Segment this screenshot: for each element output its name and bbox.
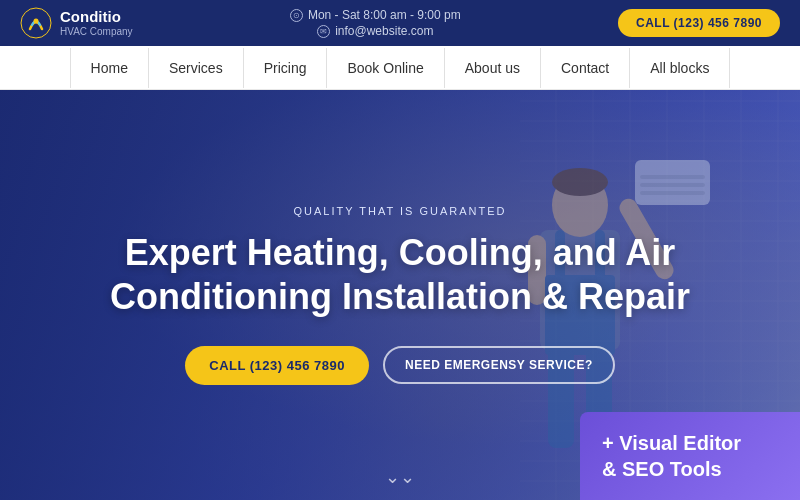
nav-item-services[interactable]: Services	[149, 48, 244, 88]
topbar-call-button[interactable]: CALL (123) 456 7890	[618, 9, 780, 37]
hero-call-button[interactable]: CALL (123) 456 7890	[185, 346, 369, 385]
nav-item-pricing[interactable]: Pricing	[244, 48, 328, 88]
company-name: Conditio	[60, 9, 133, 26]
nav-bar: Home Services Pricing Book Online About …	[0, 46, 800, 90]
nav-item-contact[interactable]: Contact	[541, 48, 630, 88]
nav-items: Home Services Pricing Book Online About …	[70, 48, 731, 88]
hours-item: ⊙ Mon - Sat 8:00 am - 9:00 pm	[290, 8, 461, 22]
logo-area: Conditio HVAC Company	[20, 7, 133, 39]
email-icon: ✉	[317, 25, 330, 38]
hero-section: QUALITY THAT IS GUARANTED Expert Heating…	[0, 90, 800, 500]
nav-item-allblocks[interactable]: All blocks	[630, 48, 730, 88]
svg-point-1	[34, 19, 39, 24]
logo-text: Conditio HVAC Company	[60, 9, 133, 37]
nav-item-about[interactable]: About us	[445, 48, 541, 88]
hero-title: Expert Heating, Cooling, and Air Conditi…	[100, 231, 700, 317]
hero-emergency-button[interactable]: NEED EMERGENSY SERVICE?	[383, 346, 615, 384]
hero-buttons: CALL (123) 456 7890 NEED EMERGENSY SERVI…	[185, 346, 615, 385]
nav-item-book[interactable]: Book Online	[327, 48, 444, 88]
logo-icon	[20, 7, 52, 39]
badge-line1: + Visual Editor	[602, 432, 741, 454]
top-bar: Conditio HVAC Company ⊙ Mon - Sat 8:00 a…	[0, 0, 800, 46]
badge-line2: & SEO Tools	[602, 458, 722, 480]
nav-item-home[interactable]: Home	[70, 48, 149, 88]
clock-icon: ⊙	[290, 9, 303, 22]
contact-info: ⊙ Mon - Sat 8:00 am - 9:00 pm ✉ info@web…	[290, 8, 461, 38]
hours-text: Mon - Sat 8:00 am - 9:00 pm	[308, 8, 461, 22]
scroll-indicator: ⌄⌄	[385, 468, 415, 486]
hero-subtitle: QUALITY THAT IS GUARANTED	[294, 205, 507, 217]
email-item: ✉ info@website.com	[317, 24, 433, 38]
company-subtitle: HVAC Company	[60, 26, 133, 37]
visual-editor-badge: + Visual Editor & SEO Tools	[580, 412, 800, 500]
email-text: info@website.com	[335, 24, 433, 38]
